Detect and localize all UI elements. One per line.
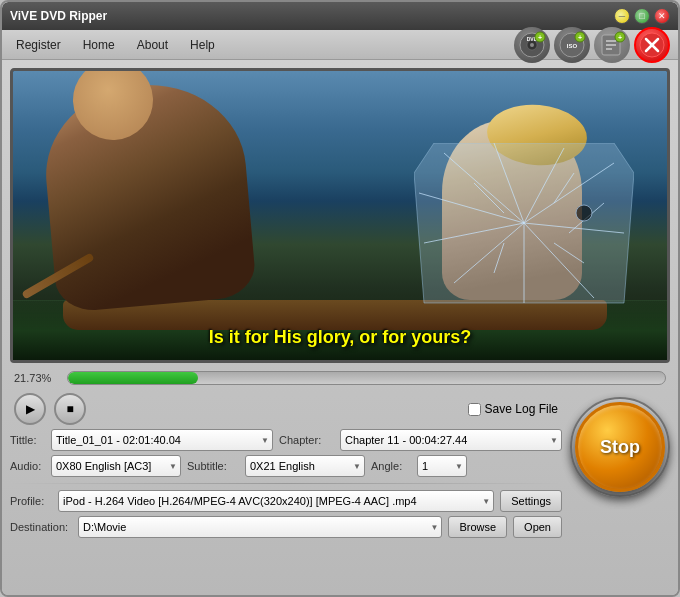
add-iso-icon[interactable]: ISO + xyxy=(554,27,590,63)
windshield xyxy=(414,143,634,323)
stop-main-button[interactable]: Stop xyxy=(575,402,665,492)
app-title: ViVE DVD Ripper xyxy=(10,9,614,23)
main-content: Is it for His glory, or for yours? 21.73… xyxy=(2,60,678,595)
chapter-label: Chapter: xyxy=(279,434,334,446)
save-log-group: Save Log File xyxy=(468,402,558,416)
subtitle-select-wrapper: 0X21 English xyxy=(245,455,365,477)
progress-bar-container xyxy=(67,371,666,385)
svg-text:+: + xyxy=(578,34,582,41)
progress-percent: 21.73% xyxy=(14,372,59,384)
save-log-label: Save Log File xyxy=(485,402,558,416)
add-dvd-icon[interactable]: DVD + xyxy=(514,27,550,63)
profile-select-wrapper: iPod - H.264 Video [H.264/MPEG-4 AVC(320… xyxy=(58,490,494,512)
separator xyxy=(10,483,562,484)
svg-text:+: + xyxy=(618,34,622,41)
play-icon: ▶ xyxy=(26,402,35,416)
settings-button[interactable]: Settings xyxy=(500,490,562,512)
angle-select[interactable]: 1 xyxy=(417,455,467,477)
window-controls: ─ □ ✕ xyxy=(614,8,670,24)
controls-stop-wrapper: ▶ ■ Save Log File Tittle: Title_ xyxy=(10,393,670,538)
maximize-button[interactable]: □ xyxy=(634,8,650,24)
stop-button-container: Stop xyxy=(570,393,670,497)
remove-icon[interactable] xyxy=(634,27,670,63)
audio-select-wrapper: 0X80 English [AC3] xyxy=(51,455,181,477)
open-button[interactable]: Open xyxy=(513,516,562,538)
left-controls: ▶ ■ Save Log File Tittle: Title_ xyxy=(10,393,562,538)
profile-label: Profile: xyxy=(10,495,52,507)
save-log-checkbox[interactable] xyxy=(468,403,481,416)
browse-button[interactable]: Browse xyxy=(448,516,507,538)
progress-section: 21.73% xyxy=(10,369,670,387)
menu-about[interactable]: About xyxy=(127,35,178,55)
chapter-select-wrapper: Chapter 11 - 00:04:27.44 xyxy=(340,429,562,451)
audio-label: Audio: xyxy=(10,460,45,472)
title-chapter-row: Tittle: Title_01_01 - 02:01:40.04 Chapte… xyxy=(10,429,562,451)
audio-select[interactable]: 0X80 English [AC3] xyxy=(51,455,181,477)
menu-register[interactable]: Register xyxy=(6,35,71,55)
menu-bar: Register Home About Help DVD + xyxy=(2,30,678,60)
subtitle-display: Is it for His glory, or for yours? xyxy=(13,327,667,348)
svg-point-36 xyxy=(576,205,592,221)
toolbar-icons: DVD + ISO + xyxy=(514,27,670,63)
angle-select-wrapper: 1 xyxy=(417,455,467,477)
menu-items: Register Home About Help xyxy=(6,35,514,55)
close-button[interactable]: ✕ xyxy=(654,8,670,24)
stop-button-label: Stop xyxy=(600,437,640,458)
subtitle-field-label: Subtitle: xyxy=(187,460,239,472)
progress-bar-fill xyxy=(68,372,198,384)
profile-select[interactable]: iPod - H.264 Video [H.264/MPEG-4 AVC(320… xyxy=(58,490,494,512)
title-select-wrapper: Title_01_01 - 02:01:40.04 xyxy=(51,429,273,451)
svg-text:+: + xyxy=(538,34,542,41)
add-file-icon[interactable]: + xyxy=(594,27,630,63)
audio-sub-angle-row: Audio: 0X80 English [AC3] Subtitle: 0X21… xyxy=(10,455,562,477)
app-window: ViVE DVD Ripper ─ □ ✕ Register Home Abou… xyxy=(0,0,680,597)
svg-point-2 xyxy=(530,43,534,47)
destination-row: Destination: D:\Movie Browse Open xyxy=(10,516,562,538)
stop-icon: ■ xyxy=(66,402,73,416)
play-button[interactable]: ▶ xyxy=(14,393,46,425)
stop-outer-ring: Stop xyxy=(570,397,670,497)
minimize-button[interactable]: ─ xyxy=(614,8,630,24)
destination-label: Destination: xyxy=(10,521,72,533)
movie-scene: Is it for His glory, or for yours? xyxy=(13,71,667,360)
video-player: Is it for His glory, or for yours? xyxy=(10,68,670,363)
title-label: Tittle: xyxy=(10,434,45,446)
angle-label: Angle: xyxy=(371,460,411,472)
subtitle-select[interactable]: 0X21 English xyxy=(245,455,365,477)
stop-button-small[interactable]: ■ xyxy=(54,393,86,425)
menu-home[interactable]: Home xyxy=(73,35,125,55)
chapter-select[interactable]: Chapter 11 - 00:04:27.44 xyxy=(340,429,562,451)
title-select[interactable]: Title_01_01 - 02:01:40.04 xyxy=(51,429,273,451)
playback-controls: ▶ ■ Save Log File xyxy=(10,393,562,425)
destination-select[interactable]: D:\Movie xyxy=(78,516,442,538)
profile-row: Profile: iPod - H.264 Video [H.264/MPEG-… xyxy=(10,490,562,512)
svg-text:ISO: ISO xyxy=(567,43,578,49)
menu-help[interactable]: Help xyxy=(180,35,225,55)
destination-select-wrapper: D:\Movie xyxy=(78,516,442,538)
